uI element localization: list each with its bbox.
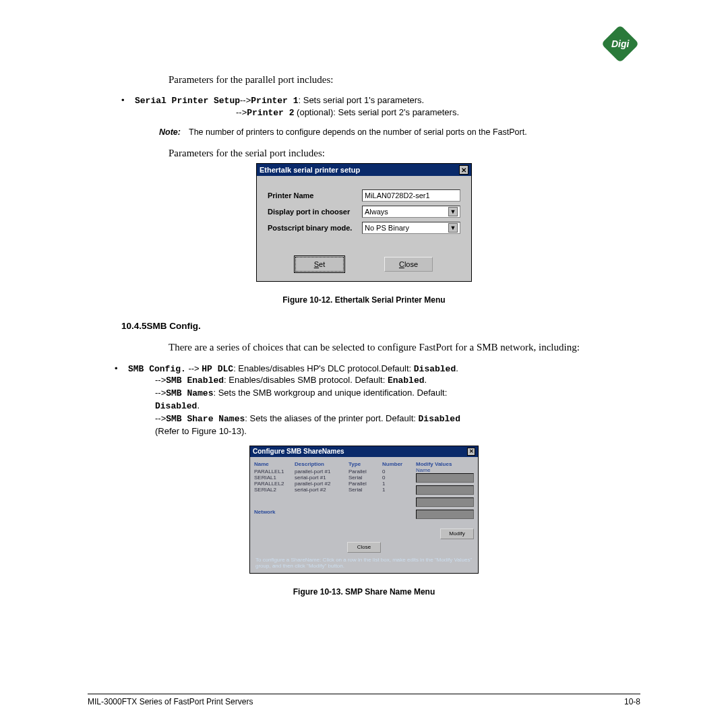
dialog-ethertalk-serial: Ethertalk serial printer setup ✕ Printer… <box>256 163 472 282</box>
dialog2-title: Configure SMB ShareNames <box>253 448 344 456</box>
line-smb-names: -->SMB Names: Sets the SMB workgroup and… <box>155 388 640 400</box>
smb-intro-para: There are a series of choices that can b… <box>169 340 640 354</box>
dialog-smb-sharenames: Configure SMB ShareNames ✕ Name Descript… <box>249 446 479 574</box>
code-serial-printer-setup: Serial Printer Setup <box>135 96 240 106</box>
close-button[interactable]: Close <box>347 542 381 553</box>
modify-button[interactable]: Modify <box>440 528 474 539</box>
dialog-titlebar: Ethertalk serial printer setup ✕ <box>257 164 471 176</box>
code-smb-enabled: SMB Enabled <box>166 375 224 386</box>
page-footer: MIL-3000FTX Series of FastPort Print Ser… <box>88 694 640 706</box>
figure-10-12-caption: Figure 10-12. Ethertalk Serial Printer M… <box>88 295 640 305</box>
code-hp-dlc: HP DLC <box>202 364 233 374</box>
table-row[interactable]: SERIAL1serial-port #1Serial0 <box>254 475 416 481</box>
dialog-title: Ethertalk serial printer setup <box>260 166 360 174</box>
code-printer2: Printer 2 <box>247 108 294 118</box>
table-headers: Name Description Type Number <box>254 461 416 467</box>
label-display-chooser: Display port in chooser <box>268 208 362 216</box>
label-printer-name: Printer Name <box>268 191 362 200</box>
footer-left: MIL-3000FTX Series of FastPort Print Ser… <box>88 697 253 706</box>
dialog2-titlebar: Configure SMB ShareNames ✕ <box>250 446 478 457</box>
close-icon[interactable]: ✕ <box>459 165 468 175</box>
row-printer-name: Printer Name MiLAN0728D2-ser1 <box>268 189 460 202</box>
row-display-chooser: Display port in chooser Always▼ <box>268 206 460 218</box>
close-button[interactable]: Close <box>384 257 433 272</box>
footer-page-number: 10-8 <box>624 697 640 706</box>
chevron-down-icon: ▼ <box>448 207 458 216</box>
dialog2-footnote: To configure a ShareName: Click on a row… <box>254 554 474 569</box>
code-smb-share-names: SMB Share Names <box>166 414 245 424</box>
code-smb-names: SMB Names <box>166 388 213 398</box>
bullet-smb-config: • SMB Config. --> HP DLC: Enables/disabl… <box>115 363 640 374</box>
line-smb-share-ref: (Refer to Figure 10-13). <box>155 426 640 437</box>
table-row[interactable]: PARALLEL1parallel-port #1Parallel0 <box>254 468 416 475</box>
note-block: Note: The number of printers to configur… <box>121 127 640 137</box>
logo-text: Digi <box>611 38 629 49</box>
select-number[interactable] <box>416 510 474 519</box>
row-ps-binary: Postscript binary mode. No PS Binary▼ <box>268 222 460 234</box>
label-ps-binary: Postscript binary mode. <box>268 224 362 232</box>
logo: Digi <box>601 25 640 63</box>
input-desc[interactable] <box>416 485 474 495</box>
bullet-printer2: -->Printer 2 (optional): Sets serial por… <box>236 107 640 118</box>
table-row[interactable]: PARALLEL2parallel-port #2Parallel1 <box>254 481 416 487</box>
label-network: Network <box>254 509 416 515</box>
bullet-serial-printer-setup: • Serial Printer Setup-->Printer 1: Sets… <box>121 95 640 106</box>
code-printer1: Printer 1 <box>251 96 298 106</box>
para-parallel: Parameters for the parallel port include… <box>169 74 640 86</box>
figure-10-13-caption: Figure 10-13. SMP Share Name Menu <box>88 587 640 597</box>
line-smb-share-names: -->SMB Share Names: Sets the aliases of … <box>155 413 640 425</box>
select-ps-binary[interactable]: No PS Binary▼ <box>362 222 460 234</box>
input-printer-name[interactable]: MiLAN0728D2-ser1 <box>362 189 460 202</box>
select-type[interactable] <box>416 497 474 507</box>
table-row[interactable]: SERIAL2serial-port #2Serial1 <box>254 487 416 493</box>
section-heading-smb: 10.4.5SMB Config. <box>121 321 640 331</box>
select-display-chooser[interactable]: Always▼ <box>362 206 460 218</box>
note-label: Note: <box>121 127 189 137</box>
line-smb-names-default: Disabled. <box>155 400 640 413</box>
set-button[interactable]: Set <box>295 257 344 272</box>
para-serial: Parameters for the serial port includes: <box>169 148 640 159</box>
code-smb-config: SMB Config. <box>128 364 186 374</box>
chevron-down-icon: ▼ <box>448 223 458 233</box>
line-smb-enabled: -->SMB Enabled: Enables/disables SMB pro… <box>155 375 640 387</box>
label-name: Name <box>416 467 474 473</box>
note-text: The number of printers to configure depe… <box>189 127 640 137</box>
close-icon[interactable]: ✕ <box>467 448 475 456</box>
label-modify-values: Modify Values <box>416 461 474 467</box>
input-name[interactable] <box>416 473 474 483</box>
